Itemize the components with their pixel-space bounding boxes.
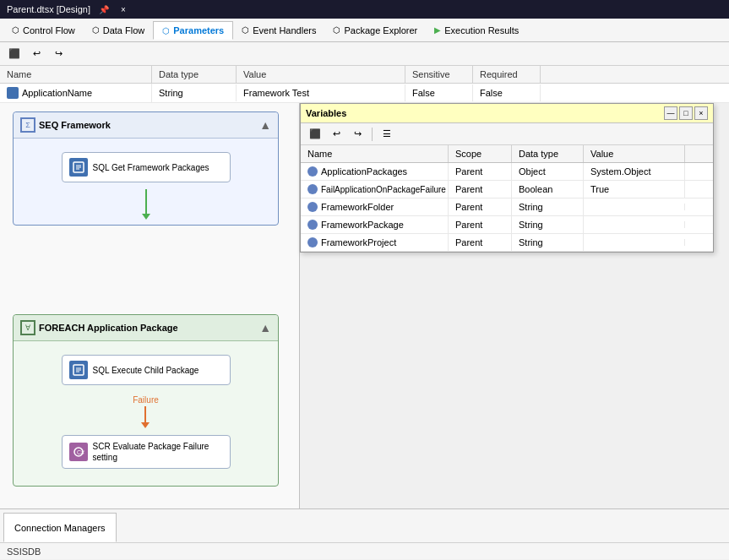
var-row-4[interactable]: FrameworkProject Parent String [301, 234, 713, 252]
toolbar: ⬛ ↩ ↪ [0, 42, 729, 66]
toolbar-btn-2[interactable]: ↩ [27, 45, 46, 63]
toolbar-separator [372, 128, 373, 141]
params-grid-header: Name Data type Value Sensitive Required [0, 66, 729, 84]
col-datatype: Data type [152, 66, 237, 83]
tab-package-explorer[interactable]: ⬡ Package Explorer [324, 22, 426, 39]
var-row-1[interactable]: FailApplicationOnPackageFailure Parent B… [301, 181, 713, 198]
col-value: Value [237, 66, 405, 83]
var-col-value: Value [584, 145, 685, 162]
add-icon: ⬛ [309, 128, 321, 139]
var-row-3[interactable]: FrameworkPackage Parent String [301, 216, 713, 234]
sql-child-icon [69, 361, 88, 379]
var-icon-4 [307, 237, 318, 247]
var-value-0: System.Object [584, 163, 685, 180]
green-arrow [145, 189, 147, 215]
title-bar-text: Parent.dtsx [Design] [7, 4, 90, 14]
sql-child-label: SQL Execute Child Package [93, 365, 199, 376]
param-name-cell: ApplicationName [0, 84, 152, 102]
delete-icon: ↩ [333, 128, 340, 139]
panel-minimize-btn[interactable]: — [664, 106, 677, 120]
var-dtype-3: String [512, 216, 584, 233]
panel-close-btn[interactable]: × [694, 106, 708, 120]
tab-execution-results[interactable]: ▶ Execution Results [426, 22, 527, 39]
variables-panel: Variables — □ × ⬛ ↩ ↪ ☰ Name [300, 103, 714, 253]
main-area: Σ SEQ Framework ▲ SQL Get Framework Pack… [0, 103, 729, 508]
bottom-bar: Connection Managers [0, 508, 729, 542]
var-col-datatype: Data type [512, 145, 584, 162]
title-bar: Parent.dtsx [Design] 📌 × [0, 0, 729, 19]
foreach-collapse-btn[interactable]: ▲ [259, 321, 271, 334]
var-grid-btn[interactable]: ↪ [348, 125, 367, 144]
var-scope-1: Parent [449, 181, 512, 198]
panel-header: Variables — □ × [301, 104, 713, 123]
arrow-connector-1 [145, 189, 147, 215]
var-grid-header: Name Scope Data type Value [301, 145, 713, 163]
close-button[interactable]: × [117, 5, 129, 14]
design-canvas[interactable]: Σ SEQ Framework ▲ SQL Get Framework Pack… [0, 103, 300, 508]
var-name-3: FrameworkPackage [301, 216, 449, 233]
sql-task-icon [69, 158, 88, 177]
var-columns-btn[interactable]: ☰ [378, 125, 396, 144]
var-icon-0 [307, 166, 318, 177]
var-name-1: FailApplicationOnPackageFailure [301, 181, 449, 198]
var-scope-4: Parent [449, 234, 512, 251]
tab-row: ⬡ Control Flow ⬡ Data Flow ⬡ Parameters … [0, 19, 729, 42]
new-icon: ⬛ [8, 48, 20, 59]
status-text: SSISDB [7, 546, 41, 557]
param-row-0: ApplicationName String Framework Test Fa… [0, 84, 729, 103]
var-add-btn[interactable]: ⬛ [306, 125, 324, 144]
var-col-name: Name [301, 145, 449, 162]
var-value-3 [584, 221, 685, 228]
var-value-4 [584, 239, 685, 246]
seq-collapse-btn[interactable]: ▲ [259, 118, 271, 132]
toolbar-btn-1[interactable]: ⬛ [5, 45, 24, 63]
var-dtype-2: String [512, 198, 584, 215]
var-name-4: FrameworkProject [301, 234, 449, 251]
col-name: Name [0, 66, 152, 83]
status-bar: SSISDB [0, 542, 729, 559]
var-row-2[interactable]: FrameworkFolder Parent String [301, 198, 713, 216]
fail-label: Failure [133, 395, 159, 405]
svg-text:C#: C# [77, 449, 84, 455]
control-flow-icon: ⬡ [12, 25, 19, 35]
var-scope-2: Parent [449, 198, 512, 215]
sql-get-framework-task[interactable]: SQL Get Framework Packages [62, 152, 231, 182]
panel-header-buttons: — □ × [664, 106, 708, 120]
execution-results-icon: ▶ [434, 25, 441, 35]
connection-managers-tab[interactable]: Connection Managers [3, 513, 117, 542]
var-row-0[interactable]: ApplicationPackages Parent Object System… [301, 163, 713, 181]
columns-icon: ☰ [383, 128, 391, 139]
col-required: Required [473, 66, 541, 83]
grid-icon: ↪ [354, 128, 362, 139]
scr-evaluate-task[interactable]: C# SCR Evaluate Package Failure setting [62, 435, 231, 469]
var-scope-3: Parent [449, 216, 512, 233]
param-sensitive-cell: False [405, 84, 473, 101]
parameters-icon: ⬡ [162, 26, 170, 35]
foreach-title: FOREACH Application Package [39, 323, 259, 333]
var-col-scope: Scope [449, 145, 512, 162]
sql-execute-child-task[interactable]: SQL Execute Child Package [62, 355, 231, 385]
panel-restore-btn[interactable]: □ [679, 106, 693, 120]
var-name-0: ApplicationPackages [301, 163, 449, 180]
seq-framework-container: Σ SEQ Framework ▲ SQL Get Framework Pack… [13, 111, 279, 226]
var-dtype-4: String [512, 234, 584, 251]
param-datatype-cell: String [152, 84, 237, 101]
col-sensitive: Sensitive [405, 66, 473, 83]
tab-event-handlers[interactable]: ⬡ Event Handlers [233, 22, 324, 39]
pin-button[interactable]: 📌 [95, 5, 112, 14]
tab-parameters[interactable]: ⬡ Parameters [153, 21, 233, 40]
package-explorer-icon: ⬡ [333, 25, 340, 35]
event-handlers-icon: ⬡ [242, 25, 249, 35]
var-scope-0: Parent [449, 163, 512, 180]
tab-control-flow[interactable]: ⬡ Control Flow [3, 22, 84, 39]
sql-task-label: SQL Get Framework Packages [93, 162, 209, 173]
tab-data-flow[interactable]: ⬡ Data Flow [84, 22, 154, 39]
seq-title: SEQ Framework [39, 120, 259, 130]
toolbar-btn-3[interactable]: ↪ [49, 45, 68, 63]
var-value-1: True [584, 181, 685, 198]
failure-connector: Failure [133, 395, 159, 423]
foreach-icon: ∀ [20, 320, 35, 335]
var-delete-btn[interactable]: ↩ [327, 125, 345, 144]
var-icon-1 [307, 184, 318, 194]
var-value-2 [584, 204, 685, 210]
